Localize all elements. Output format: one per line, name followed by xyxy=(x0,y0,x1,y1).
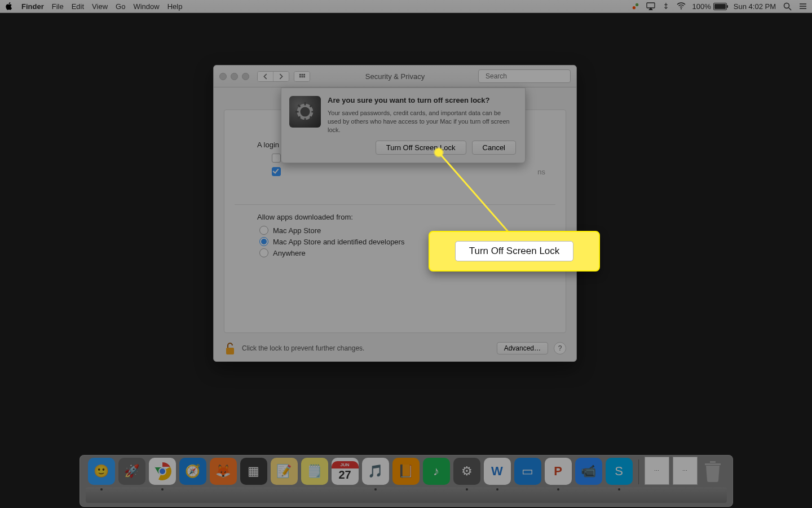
dock-app-chrome[interactable] xyxy=(149,458,176,485)
svg-rect-13 xyxy=(299,76,301,77)
radio-app-store[interactable]: Mac App Store xyxy=(259,225,545,236)
dock-app-mission-control[interactable]: ▦ xyxy=(240,458,267,485)
svg-point-0 xyxy=(632,6,635,9)
traffic-lights[interactable] xyxy=(219,73,249,80)
svg-line-25 xyxy=(298,105,301,107)
confirmation-sheet: Are you sure you want to turn off screen… xyxy=(281,87,526,163)
notification-center-icon[interactable] xyxy=(798,2,807,11)
dock-app-spotify[interactable]: ♪ xyxy=(423,458,450,485)
dock-app-skype[interactable]: S xyxy=(606,458,633,485)
turn-off-screen-lock-button[interactable]: Turn Off Screen Lock xyxy=(376,141,466,155)
dock-document[interactable]: ⋯ xyxy=(673,457,698,485)
radio-anywhere-label: Anywhere xyxy=(273,249,306,257)
dock-app-firefox[interactable]: 🦊 xyxy=(210,458,237,485)
dock-trash[interactable] xyxy=(701,458,725,485)
checkbox-require-password[interactable] xyxy=(272,167,281,176)
checkbox-row-2[interactable]: ns xyxy=(272,167,545,176)
radio-identified[interactable]: Mac App Store and identified developers xyxy=(259,236,545,247)
dock-app-powerpoint[interactable]: P xyxy=(545,458,572,485)
dock-app-launchpad[interactable]: 🚀 xyxy=(118,458,145,485)
menu-app[interactable]: Finder xyxy=(21,2,44,11)
dock-app-safari[interactable]: 🧭 xyxy=(179,458,206,485)
status-misc-icon[interactable] xyxy=(632,2,639,10)
battery-status[interactable]: 100% xyxy=(692,2,727,11)
radio-identified-input[interactable] xyxy=(259,237,268,246)
svg-point-4 xyxy=(680,8,681,9)
window-toolbar: Security & Privacy xyxy=(214,65,576,87)
svg-line-26 xyxy=(310,117,312,119)
battery-percent: 100% xyxy=(692,2,711,11)
battery-icon xyxy=(713,3,727,10)
dock-app-notes[interactable]: 📝 xyxy=(271,458,298,485)
dock[interactable]: 🙂🚀🧭🦊▦📝🗒️JUN27🎵📙♪⚙︎W▭P📹S⋯⋯ xyxy=(80,455,733,507)
search-field[interactable] xyxy=(478,69,571,83)
svg-point-20 xyxy=(300,107,310,116)
radio-identified-label: Mac App Store and identified developers xyxy=(273,238,404,246)
menu-go[interactable]: Go xyxy=(116,2,125,11)
dock-document[interactable]: ⋯ xyxy=(645,457,669,485)
pane-footer: Click the lock to prevent further change… xyxy=(224,341,566,356)
dock-container: 🙂🚀🧭🦊▦📝🗒️JUN27🎵📙♪⚙︎W▭P📹S⋯⋯ xyxy=(0,455,812,507)
apple-menu-icon[interactable] xyxy=(5,2,14,11)
help-button[interactable]: ? xyxy=(554,342,566,354)
svg-rect-18 xyxy=(226,348,234,354)
show-all-button[interactable] xyxy=(294,71,310,82)
lock-message: Click the lock to prevent further change… xyxy=(242,344,364,352)
svg-point-1 xyxy=(636,3,638,6)
search-input[interactable] xyxy=(484,72,571,81)
svg-rect-14 xyxy=(302,76,303,77)
radio-appstore-input[interactable] xyxy=(259,226,268,235)
menu-edit[interactable]: Edit xyxy=(72,2,84,11)
radio-anywhere-input[interactable] xyxy=(259,248,268,257)
dock-divider xyxy=(638,459,639,484)
sheet-detail: Your saved passwords, credit cards, and … xyxy=(328,109,516,134)
menubar: Finder File Edit View Go Window Help 100… xyxy=(0,0,812,13)
menubar-clock[interactable]: Sun 4:02 PM xyxy=(734,2,776,11)
dock-app-zoom[interactable]: 📹 xyxy=(575,458,602,485)
usb-icon[interactable] xyxy=(662,2,670,10)
sheet-question: Are you sure you want to turn off screen… xyxy=(328,96,516,106)
svg-rect-15 xyxy=(303,76,305,77)
wifi-icon[interactable] xyxy=(677,2,686,11)
dock-app-books[interactable]: 📙 xyxy=(392,458,420,485)
svg-line-27 xyxy=(310,105,312,107)
nav-back-forward[interactable] xyxy=(257,71,289,82)
menu-window[interactable]: Window xyxy=(133,2,159,11)
back-button[interactable] xyxy=(258,72,273,81)
dock-app-stickies[interactable]: 🗒️ xyxy=(301,458,328,485)
dock-app-music[interactable]: 🎵 xyxy=(362,458,389,485)
menu-help[interactable]: Help xyxy=(167,2,183,11)
partial-text-sleep: ns xyxy=(537,168,545,176)
dock-app-calendar[interactable]: JUN27 xyxy=(332,458,359,485)
dock-app-keynote[interactable]: ▭ xyxy=(514,458,541,485)
advanced-button[interactable]: Advanced… xyxy=(497,342,548,354)
svg-rect-12 xyxy=(303,73,305,75)
menu-file[interactable]: File xyxy=(52,2,64,11)
dock-app-system-preferences[interactable]: ⚙︎ xyxy=(453,458,480,485)
forward-button[interactable] xyxy=(273,72,289,81)
svg-line-28 xyxy=(298,117,301,119)
lock-icon[interactable] xyxy=(224,341,236,356)
svg-rect-10 xyxy=(299,73,301,75)
cancel-button[interactable]: Cancel xyxy=(472,141,516,155)
checkbox-disable-autologin[interactable] xyxy=(272,154,281,163)
radio-anywhere[interactable]: Anywhere xyxy=(259,247,545,259)
allow-apps-label: Allow apps downloaded from: xyxy=(257,213,545,221)
spotlight-icon[interactable] xyxy=(783,2,792,11)
menu-view[interactable]: View xyxy=(92,2,108,11)
svg-point-5 xyxy=(784,3,789,8)
svg-line-6 xyxy=(789,8,791,10)
sheet-prefs-icon xyxy=(289,96,321,128)
dock-app-word[interactable]: W xyxy=(484,458,511,485)
svg-rect-2 xyxy=(647,3,655,8)
radio-appstore-label: Mac App Store xyxy=(273,226,321,235)
airplay-icon[interactable] xyxy=(646,2,655,11)
dock-app-finder[interactable]: 🙂 xyxy=(88,458,115,485)
pane-divider xyxy=(235,204,555,205)
svg-rect-11 xyxy=(302,73,303,75)
